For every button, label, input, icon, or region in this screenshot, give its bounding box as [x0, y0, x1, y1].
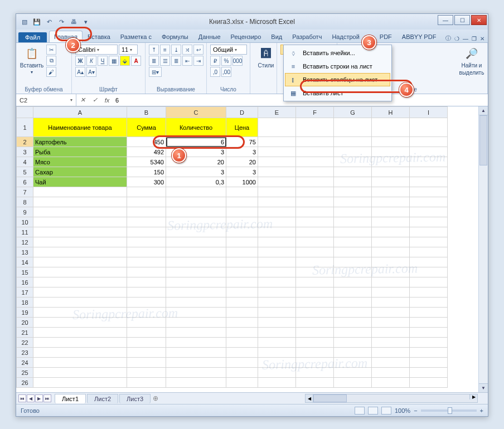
empty-cell[interactable] — [334, 368, 372, 378]
table-cell[interactable]: 5340 — [127, 157, 166, 167]
shrink-font-button[interactable]: A▾ — [86, 67, 96, 77]
hscroll-thumb[interactable] — [313, 394, 347, 402]
empty-cell[interactable] — [33, 277, 127, 287]
empty-cell[interactable] — [410, 227, 448, 237]
table-cell[interactable]: Сахар — [33, 167, 127, 177]
empty-cell[interactable] — [296, 368, 334, 378]
empty-cell[interactable] — [127, 378, 166, 388]
empty-cell[interactable] — [258, 318, 296, 328]
empty-cell[interactable] — [410, 368, 448, 378]
empty-cell[interactable] — [33, 358, 127, 368]
empty-cell[interactable] — [410, 118, 448, 137]
empty-cell[interactable] — [410, 308, 448, 318]
empty-cell[interactable] — [127, 318, 166, 328]
table-cell[interactable]: 3 — [226, 167, 258, 177]
insert-menu-item-2[interactable]: ⫿Вставить столбцы на лист — [285, 73, 390, 86]
empty-cell[interactable] — [127, 247, 166, 257]
row-header-8[interactable]: 8 — [17, 197, 33, 207]
empty-cell[interactable] — [334, 378, 372, 388]
wb-min-icon[interactable]: — — [463, 36, 468, 42]
table-cell[interactable]: 3 — [166, 167, 226, 177]
empty-cell[interactable] — [258, 147, 296, 157]
align-center-button[interactable]: ☰ — [160, 56, 170, 66]
wrap-text-button[interactable]: ↩ — [193, 45, 203, 55]
wb-close-icon[interactable]: ✕ — [480, 36, 484, 42]
empty-cell[interactable] — [296, 217, 334, 227]
empty-cell[interactable] — [372, 157, 410, 167]
empty-cell[interactable] — [410, 318, 448, 328]
find-select-button[interactable]: 🔎 Найти и выделить — [459, 45, 484, 77]
empty-cell[interactable] — [296, 287, 334, 298]
empty-cell[interactable] — [226, 267, 258, 277]
empty-cell[interactable] — [127, 217, 166, 227]
qat-dropdown[interactable]: ▾ — [81, 17, 91, 27]
empty-cell[interactable] — [33, 207, 127, 217]
table-cell[interactable]: 75 — [226, 137, 258, 147]
redo-button[interactable]: ↷ — [56, 17, 66, 27]
table-header-cell[interactable]: Цена — [226, 118, 258, 137]
empty-cell[interactable] — [166, 348, 226, 358]
ribbon-tab-3[interactable]: Формулы — [157, 31, 193, 42]
cancel-formula-icon[interactable]: ✕ — [76, 96, 89, 104]
qat-more-button[interactable]: 🖶 — [69, 17, 79, 27]
row-header-11[interactable]: 11 — [17, 227, 33, 237]
empty-cell[interactable] — [372, 267, 410, 277]
empty-cell[interactable] — [258, 348, 296, 358]
table-cell[interactable]: 150 — [127, 167, 166, 177]
row-header-9[interactable]: 9 — [17, 207, 33, 217]
empty-cell[interactable] — [372, 217, 410, 227]
empty-cell[interactable] — [296, 338, 334, 348]
empty-cell[interactable] — [226, 247, 258, 257]
empty-cell[interactable] — [334, 227, 372, 237]
empty-cell[interactable] — [296, 277, 334, 287]
empty-cell[interactable] — [372, 318, 410, 328]
scroll-left-icon[interactable]: ◀ — [306, 394, 313, 402]
table-cell[interactable]: 1000 — [226, 177, 258, 187]
empty-cell[interactable] — [296, 147, 334, 157]
empty-cell[interactable] — [372, 277, 410, 287]
empty-cell[interactable] — [334, 197, 372, 207]
sheet-tab-Лист3[interactable]: Лист3 — [119, 394, 151, 403]
empty-cell[interactable] — [296, 348, 334, 358]
empty-cell[interactable] — [226, 328, 258, 338]
empty-cell[interactable] — [258, 287, 296, 298]
paste-button[interactable]: 📋 Вставить▾ — [20, 45, 44, 76]
empty-cell[interactable] — [127, 368, 166, 378]
insert-menu-item-0[interactable]: ⎀Вставить ячейки... — [285, 46, 390, 60]
row-header-26[interactable]: 26 — [17, 378, 33, 388]
empty-cell[interactable] — [226, 348, 258, 358]
empty-cell[interactable] — [372, 378, 410, 388]
page-layout-view-button[interactable] — [368, 407, 378, 415]
empty-cell[interactable] — [334, 137, 372, 147]
empty-cell[interactable] — [334, 348, 372, 358]
empty-cell[interactable] — [166, 287, 226, 298]
row-header-15[interactable]: 15 — [17, 267, 33, 277]
empty-cell[interactable] — [258, 298, 296, 308]
page-break-view-button[interactable] — [381, 407, 391, 415]
row-header-3[interactable]: 3 — [17, 147, 33, 157]
empty-cell[interactable] — [410, 298, 448, 308]
empty-cell[interactable] — [296, 227, 334, 237]
last-sheet-button[interactable]: ⏭ — [43, 394, 51, 402]
col-header-D[interactable]: D — [226, 107, 258, 118]
styles-button[interactable]: 🅰 Стили — [254, 45, 278, 70]
empty-cell[interactable] — [410, 247, 448, 257]
empty-cell[interactable] — [127, 338, 166, 348]
row-header-20[interactable]: 20 — [17, 318, 33, 328]
empty-cell[interactable] — [258, 177, 296, 187]
scroll-down-icon[interactable]: ▼ — [479, 383, 488, 392]
empty-cell[interactable] — [166, 378, 226, 388]
inc-decimal-button[interactable]: ,0 — [210, 67, 220, 77]
table-cell[interactable]: Чай — [33, 177, 127, 187]
empty-cell[interactable] — [258, 328, 296, 338]
empty-cell[interactable] — [372, 358, 410, 368]
empty-cell[interactable] — [127, 227, 166, 237]
ribbon-tab-8[interactable]: Надстрой — [327, 31, 364, 42]
empty-cell[interactable] — [33, 257, 127, 267]
wb-restore-icon[interactable]: ❐ — [472, 36, 477, 42]
empty-cell[interactable] — [258, 157, 296, 167]
name-box[interactable]: C2▾ — [16, 94, 76, 106]
row-header-24[interactable]: 24 — [17, 358, 33, 368]
empty-cell[interactable] — [127, 267, 166, 277]
next-sheet-button[interactable]: ▶ — [35, 394, 43, 402]
